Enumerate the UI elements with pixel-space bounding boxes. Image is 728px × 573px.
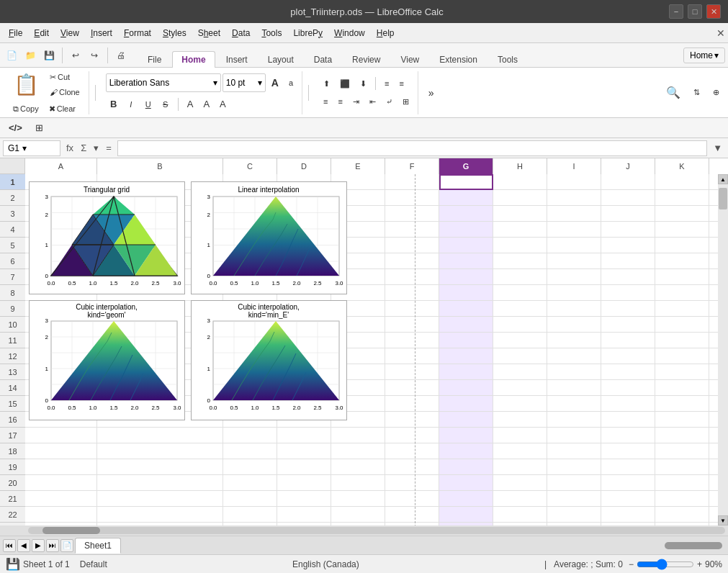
cell-h21[interactable] — [493, 491, 547, 507]
cell-e13[interactable] — [331, 364, 385, 380]
cell-e17[interactable] — [331, 428, 385, 443]
cell-l19[interactable] — [709, 459, 718, 475]
col-header-g[interactable]: G — [439, 158, 493, 174]
row-header-10[interactable]: 10 — [0, 317, 25, 333]
cell-d23[interactable] — [277, 523, 331, 525]
cell-l1[interactable] — [709, 174, 718, 190]
cell-k10[interactable] — [655, 317, 709, 333]
cell-l23[interactable] — [709, 523, 718, 525]
bold-button[interactable]: B — [106, 96, 122, 112]
font-name-selector[interactable]: Liberation Sans ▾ — [106, 73, 221, 92]
cell-f22[interactable] — [385, 507, 439, 523]
cell-c16[interactable] — [223, 412, 277, 428]
align-justify-button[interactable]: ≡ — [333, 95, 346, 108]
cell-b7[interactable] — [97, 269, 223, 285]
cell-h14[interactable] — [493, 380, 547, 396]
cell-i16[interactable] — [547, 412, 601, 428]
cell-g20[interactable] — [439, 475, 493, 491]
cell-h2[interactable] — [493, 190, 547, 206]
cell-e11[interactable] — [331, 333, 385, 348]
menu-tools[interactable]: Tools — [256, 25, 287, 41]
cell-a17[interactable] — [25, 428, 97, 443]
menu-insert[interactable]: Insert — [85, 25, 118, 41]
cell-j12[interactable] — [601, 348, 655, 364]
font-shrink-button[interactable]: a — [284, 76, 297, 89]
cell-g1[interactable] — [439, 174, 493, 190]
cell-i10[interactable] — [547, 317, 601, 333]
indent-increase-button[interactable]: ⇥ — [349, 95, 364, 109]
cell-c11[interactable] — [223, 333, 277, 348]
cell-h11[interactable] — [493, 333, 547, 348]
misc-icon[interactable]: ⊕ — [709, 86, 724, 99]
cell-l10[interactable] — [709, 317, 718, 333]
cell-e3[interactable] — [331, 206, 385, 222]
cell-b18[interactable] — [97, 443, 223, 459]
col-header-k[interactable]: K — [655, 158, 709, 174]
cell-i11[interactable] — [547, 333, 601, 348]
border-color-button[interactable]: A — [215, 96, 230, 112]
cell-b15[interactable] — [97, 396, 223, 412]
cell-d7[interactable] — [277, 269, 331, 285]
cell-f14[interactable] — [385, 380, 439, 396]
cell-j8[interactable] — [601, 285, 655, 301]
cell-a6[interactable] — [25, 253, 97, 269]
cell-j14[interactable] — [601, 380, 655, 396]
row-header-17[interactable]: 17 — [0, 428, 25, 443]
cell-k4[interactable] — [655, 222, 709, 238]
tab-insert[interactable]: Insert — [217, 51, 257, 68]
cell-g15[interactable] — [439, 396, 493, 412]
zoom-in-btn[interactable]: + — [697, 559, 702, 569]
menu-librepy[interactable]: LibrePy — [287, 25, 328, 41]
cell-d6[interactable] — [277, 253, 331, 269]
cell-e20[interactable] — [331, 475, 385, 491]
align-middle-button[interactable]: ⬛ — [336, 77, 354, 91]
cell-e19[interactable] — [331, 459, 385, 475]
zoom-slider[interactable] — [637, 559, 694, 570]
row-header-5[interactable]: 5 — [0, 238, 25, 253]
tab-layout[interactable]: Layout — [259, 51, 303, 68]
row-header-3[interactable]: 3 — [0, 206, 25, 222]
cell-j17[interactable] — [601, 428, 655, 443]
cell-k3[interactable] — [655, 206, 709, 222]
cell-b14[interactable] — [97, 380, 223, 396]
cell-a11[interactable] — [25, 333, 97, 348]
cell-f20[interactable] — [385, 475, 439, 491]
cell-k20[interactable] — [655, 475, 709, 491]
cell-g6[interactable] — [439, 253, 493, 269]
row-header-7[interactable]: 7 — [0, 269, 25, 285]
cell-l12[interactable] — [709, 348, 718, 364]
cell-i12[interactable] — [547, 348, 601, 364]
cell-j5[interactable] — [601, 238, 655, 253]
tab-home[interactable]: Home — [172, 51, 215, 69]
align-center-button[interactable]: ≡ — [319, 95, 332, 108]
cell-h12[interactable] — [493, 348, 547, 364]
row-header-2[interactable]: 2 — [0, 190, 25, 206]
cell-c12[interactable] — [223, 348, 277, 364]
h-scrollbar[interactable] — [28, 527, 725, 534]
cell-d11[interactable] — [277, 333, 331, 348]
cell-g19[interactable] — [439, 459, 493, 475]
v-scroll-thumb[interactable] — [719, 188, 727, 209]
tab-extension[interactable]: Extension — [430, 51, 487, 68]
h-scrollbar-bottom[interactable] — [665, 542, 722, 549]
cell-i17[interactable] — [547, 428, 601, 443]
cell-g16[interactable] — [439, 412, 493, 428]
cell-l5[interactable] — [709, 238, 718, 253]
cell-g11[interactable] — [439, 333, 493, 348]
cell-c15[interactable] — [223, 396, 277, 412]
cell-b13[interactable] — [97, 364, 223, 380]
cell-l22[interactable] — [709, 507, 718, 523]
cell-f10[interactable] — [385, 317, 439, 333]
cell-k1[interactable] — [655, 174, 709, 190]
cell-i13[interactable] — [547, 364, 601, 380]
cell-i7[interactable] — [547, 269, 601, 285]
cell-a3[interactable] — [25, 206, 97, 222]
cell-a22[interactable] — [25, 507, 97, 523]
cell-d14[interactable] — [277, 380, 331, 396]
cell-j3[interactable] — [601, 206, 655, 222]
cell-f12[interactable] — [385, 348, 439, 364]
cell-k8[interactable] — [655, 285, 709, 301]
nav-first-button[interactable]: ⏮ — [3, 539, 16, 552]
align-top-button[interactable]: ⬆ — [319, 77, 334, 91]
cell-g17[interactable] — [439, 428, 493, 443]
